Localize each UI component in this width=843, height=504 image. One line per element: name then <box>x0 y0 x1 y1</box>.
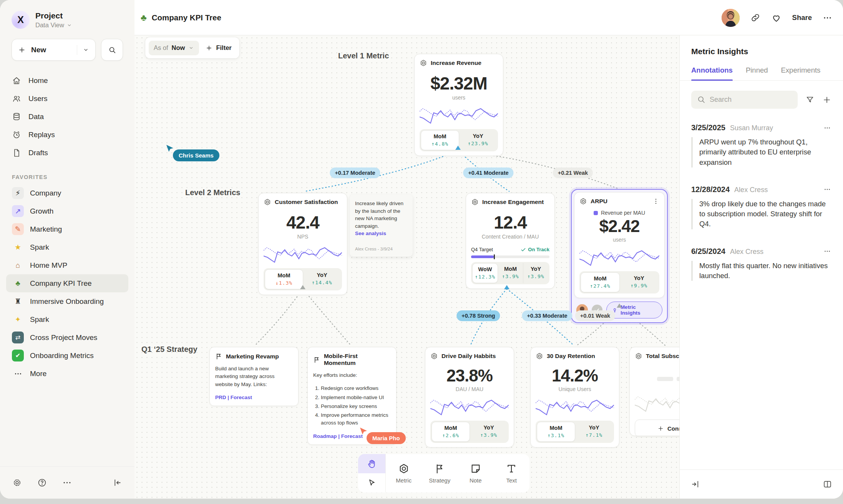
select-tool-button[interactable] <box>358 473 385 492</box>
stat-yoy[interactable]: YoY ↑14.4% <box>303 269 341 289</box>
favorite-company[interactable]: ⚡ Company <box>6 184 128 202</box>
metric-nut-icon <box>420 59 427 67</box>
sidebar-item-users[interactable]: Users <box>6 90 128 108</box>
stat-yoy[interactable]: YoY ↑7.1% <box>575 422 613 442</box>
junction-arrow <box>300 285 305 289</box>
metric-card-increase-revenue[interactable]: Increase Revenue $2.32M users MoM ↑4.8% … <box>414 54 503 156</box>
lightning-icon: ⚡ <box>12 187 24 199</box>
text-tool-button[interactable]: Text <box>494 454 530 492</box>
sidebar-item-replays[interactable]: Replays <box>6 126 128 144</box>
stat-mom[interactable]: MoM ↑3.1% <box>537 422 575 442</box>
stat-yoy[interactable]: YoY ↑3.9% <box>470 422 508 442</box>
tab-pinned[interactable]: Pinned <box>746 66 768 80</box>
annotation-item[interactable]: 12/28/2024 Alex Cress 3% drop likely due… <box>691 185 831 229</box>
annotation-menu-icon[interactable] <box>823 185 831 194</box>
favorite-spark-2[interactable]: ✦ Spark <box>6 310 128 328</box>
target-status: On Track <box>521 247 549 252</box>
favorite-spark[interactable]: ★ Spark <box>6 238 128 256</box>
sidebar-more-button[interactable]: More <box>6 365 128 383</box>
chevron-down-icon[interactable] <box>83 46 89 53</box>
metric-value: 12.4 <box>471 212 549 233</box>
stat-mom[interactable]: MoM ↑2.6% <box>431 422 470 442</box>
kebab-menu-icon[interactable] <box>652 198 659 205</box>
annotation-menu-icon[interactable] <box>823 124 831 132</box>
metric-nut-icon <box>398 463 410 474</box>
metric-card-increase-engagement[interactable]: Increase Engagement 12.4 Content Creatio… <box>466 193 555 289</box>
split-view-icon[interactable] <box>823 479 832 489</box>
share-button[interactable]: Share <box>792 13 812 22</box>
favorite-label: Onboarding Metrics <box>30 351 94 360</box>
metric-title: Increase Revenue <box>431 60 481 66</box>
favorite-label: Spark <box>30 315 49 324</box>
as-of-dropdown[interactable]: As of Now <box>149 41 199 55</box>
stat-mom[interactable]: MoM ↑4.8% <box>421 130 459 150</box>
metric-card-total-subscriptions[interactable]: Total Subscriptions Connect <box>629 347 679 436</box>
metric-card-arpu-selected[interactable]: ARPU Revenue per MAU $2.42 users MoM ↑27… <box>571 189 668 323</box>
stat-yoy[interactable]: YoY ↑23.9% <box>459 130 497 150</box>
sidebar-item-home[interactable]: Home <box>6 71 128 90</box>
metric-card-drive-daily-habits[interactable]: Drive Daily Habbits 23.8% DAU / MAU MoM … <box>425 347 514 448</box>
annotation-item[interactable]: 3/25/2025 Susan Murray ARPU went up 7% t… <box>691 123 831 167</box>
more-options-icon[interactable] <box>62 478 72 487</box>
favorite-cross-project-moves[interactable]: ⇄ Cross Project Moves <box>6 328 128 346</box>
strategy-card-mobile-first[interactable]: Mobile-First Momentum Key efforts includ… <box>307 347 397 445</box>
stat-yoy[interactable]: YoY ↑3.9% <box>523 263 548 283</box>
strategy-tool-button[interactable]: Strategy <box>422 454 458 492</box>
tab-experiments[interactable]: Experiments <box>781 66 821 80</box>
sidebar-item-data[interactable]: Data <box>6 108 128 126</box>
collapse-sidebar-icon[interactable] <box>113 478 122 487</box>
stat-mom[interactable]: MoM ↓1.3% <box>265 269 303 289</box>
search-input[interactable] <box>691 91 798 109</box>
annotations-search[interactable] <box>691 91 798 109</box>
stat-yoy[interactable]: YoY ↑9.9% <box>620 272 658 292</box>
settings-gear-icon[interactable] <box>12 478 22 487</box>
favorite-growth[interactable]: ↗ Growth <box>6 202 128 220</box>
main-area: ♣ Company KPI Tree Share <box>134 0 843 499</box>
collaborator-cursor-maria: Maria Pho <box>359 426 368 437</box>
metric-tool-button[interactable]: Metric <box>386 454 422 492</box>
favorite-company-kpi-tree[interactable]: ♣ Company KPI Tree <box>6 274 128 292</box>
strategy-card-marketing-revamp[interactable]: Marketing Revamp Build and launch a new … <box>209 347 299 406</box>
stat-mom[interactable]: MoM ↑27.4% <box>581 272 620 292</box>
metric-card-30-day-retention[interactable]: 30 Day Retention 14.2% Unique Users MoM … <box>530 347 619 448</box>
collapse-panel-icon[interactable] <box>690 479 700 489</box>
annotations-list: 3/25/2025 Susan Murray ARPU went up 7% t… <box>691 123 831 298</box>
new-button[interactable]: New <box>12 39 96 61</box>
sidebar-search-button[interactable] <box>101 39 123 61</box>
user-avatar[interactable] <box>722 9 740 27</box>
annotation-item[interactable]: 6/25/2024 Alex Cress Mostly flat this qu… <box>691 247 831 281</box>
annotation-menu-icon[interactable] <box>823 247 831 255</box>
copy-link-icon[interactable] <box>750 13 760 23</box>
stat-mom[interactable]: MoM ↑3.9% <box>498 263 523 283</box>
favorite-onboarding-metrics[interactable]: ✔ Onboarding Metrics <box>6 346 128 365</box>
connect-data-button[interactable]: Connect <box>635 419 679 437</box>
hand-tool-button[interactable] <box>358 454 385 473</box>
panel-footer <box>680 469 843 499</box>
database-icon <box>12 112 21 121</box>
see-analysis-link[interactable]: See analysis <box>355 230 407 237</box>
add-annotation-icon[interactable] <box>822 95 831 104</box>
note-tool-button[interactable]: Note <box>458 454 494 492</box>
favorite-marketing[interactable]: ✎ Marketing <box>6 220 128 238</box>
sidebar-item-drafts[interactable]: Drafts <box>6 144 128 162</box>
filter-label: Filter <box>216 44 231 51</box>
tab-annotations[interactable]: Annotations <box>691 66 733 80</box>
filter-button[interactable]: Filter <box>206 44 231 51</box>
strategy-links[interactable]: PRD | Forecast <box>215 395 293 400</box>
level-3-label: Q1 ‘25 Strategy <box>141 345 197 354</box>
canvas-annotation-note[interactable]: Increase likely driven by the launch of … <box>350 194 413 257</box>
metric-unit: Unique Users <box>536 386 614 392</box>
more-options-icon[interactable] <box>823 13 832 23</box>
cursor-arrow-icon <box>367 478 377 487</box>
filter-funnel-icon[interactable] <box>805 95 815 104</box>
kpi-tree-canvas[interactable]: As of Now Filter Level 1 Metric Level 2 … <box>134 35 679 499</box>
help-icon[interactable] <box>37 478 47 487</box>
favorite-home-mvp[interactable]: ⌂ Home MVP <box>6 256 128 274</box>
tree-icon: ♣ <box>12 277 24 289</box>
favorite-immersive-onboarding[interactable]: ♜ Immersive Onboarding <box>6 292 128 310</box>
nav-label: Drafts <box>28 149 48 157</box>
stat-wow[interactable]: WoW ↑12.3% <box>472 263 498 283</box>
metric-card-customer-satisfaction[interactable]: Customer Satisfaction 42.4 NPS MoM ↓1.3%… <box>258 193 347 295</box>
favorite-heart-icon[interactable] <box>771 13 782 23</box>
project-switcher[interactable]: X Project Data View <box>0 0 134 29</box>
